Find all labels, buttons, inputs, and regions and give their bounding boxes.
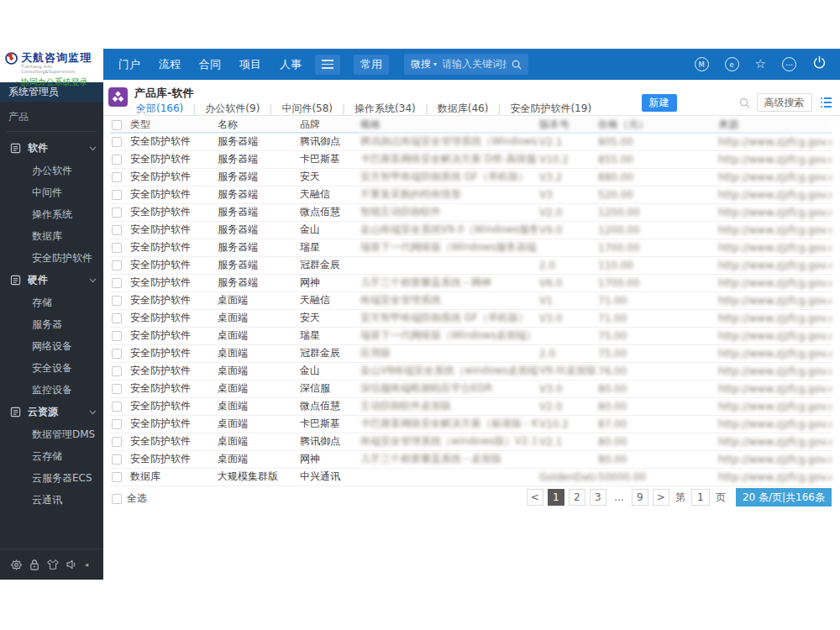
- row-checkbox[interactable]: [112, 207, 122, 218]
- view-options-icon[interactable]: [821, 97, 832, 108]
- table-row[interactable]: 安全防护软件桌面端天融信终端安全管理系统V171.00http://www.zj…: [110, 291, 832, 309]
- page-size-badge[interactable]: 20 条/页|共166条: [736, 488, 832, 507]
- page-button-1[interactable]: 1: [548, 489, 564, 506]
- settings-gear-icon[interactable]: [10, 559, 23, 571]
- table-row[interactable]: 安全防护软件服务器端腾讯御点腾讯御点终端安全管理系统（Windows版）V2.1…: [110, 133, 832, 150]
- sidebar-item-数据管理DMS[interactable]: 数据管理DMS: [0, 423, 103, 445]
- table-row[interactable]: 安全防护软件服务器端微点佰慧智能主动防御软件V2.01200.00http://…: [110, 203, 832, 221]
- sidebar-group-云资源[interactable]: 云资源: [0, 401, 103, 423]
- table-row[interactable]: 安全防护软件桌面端冠群金辰应用版2.075.00http://www.zjzfc…: [110, 344, 832, 362]
- global-search[interactable]: 微搜 ▾ 请输入关键词搜索: [404, 54, 528, 75]
- table-row[interactable]: 安全防护软件服务器端卡巴斯基卡巴斯基网络安全解决方案 D类-高级服...V10.…: [110, 150, 832, 168]
- sidebar-item-安全设备[interactable]: 安全设备: [0, 357, 103, 379]
- table-row[interactable]: 安全防护软件桌面端深信服深信服终端检测响应平台EDRV3.080.00http:…: [110, 380, 832, 397]
- row-checkbox[interactable]: [112, 225, 122, 235]
- row-checkbox[interactable]: [112, 454, 122, 465]
- row-checkbox[interactable]: [112, 384, 122, 394]
- sidebar-item-服务器[interactable]: 服务器: [0, 313, 103, 335]
- table-row[interactable]: 安全防护软件服务器端冠群金辰2.0110.00http://www.zjzfcg…: [110, 256, 832, 274]
- table-row[interactable]: 安全防护软件桌面端金山金山V8终端安全系统（windows桌面端）V9.0(桌面…: [110, 362, 832, 380]
- theme-shirt-icon[interactable]: [46, 559, 60, 570]
- apps-menu-button[interactable]: [315, 55, 340, 75]
- sidebar-item-云通讯[interactable]: 云通讯: [0, 489, 103, 511]
- row-checkbox[interactable]: [112, 437, 122, 447]
- sidebar-item-操作系统[interactable]: 操作系统: [0, 203, 103, 225]
- row-checkbox[interactable]: [112, 331, 122, 341]
- row-checkbox[interactable]: [112, 313, 122, 323]
- row-checkbox[interactable]: [112, 402, 122, 412]
- nav-item-门户[interactable]: 门户: [118, 57, 140, 72]
- row-checkbox[interactable]: [112, 260, 122, 270]
- select-all-control[interactable]: 全选: [112, 491, 147, 506]
- m-badge-icon[interactable]: M: [695, 57, 709, 71]
- sidebar-item-监控设备[interactable]: 监控设备: [0, 379, 103, 401]
- oa-login-link[interactable]: · 协同办公系统登录: [5, 76, 98, 88]
- more-ellipsis-icon[interactable]: •••: [782, 57, 796, 71]
- tab-中间件[interactable]: 中间件(58): [280, 102, 334, 116]
- table-row[interactable]: 安全防护软件服务器端金山金山终端安全系统V9.0（Windows服务器版）V9.…: [110, 221, 832, 239]
- row-checkbox[interactable]: [112, 349, 122, 359]
- table-row[interactable]: 安全防护软件服务器端瑞星瑞星下一代网络版（Windows服务器端）1700.00…: [110, 239, 832, 256]
- row-checkbox[interactable]: [112, 296, 122, 306]
- e-chat-icon[interactable]: e: [725, 57, 739, 71]
- table-row[interactable]: 安全防护软件桌面端瑞星瑞星下一代网络版（Windows桌面端）75.00http…: [110, 327, 832, 344]
- table-row[interactable]: 安全防护软件桌面端安天安天智甲终端防御系统 GF（单机版）V3.071.00ht…: [110, 309, 832, 327]
- jump-page-input[interactable]: [691, 489, 710, 506]
- power-icon[interactable]: [812, 55, 827, 73]
- nav-item-项目[interactable]: 项目: [239, 57, 261, 72]
- row-checkbox[interactable]: [112, 278, 122, 288]
- row-checkbox[interactable]: [112, 137, 122, 147]
- sidebar-item-数据库[interactable]: 数据库: [0, 225, 103, 247]
- table-row[interactable]: 安全防护软件服务器端网神几乎三个都要覆盖系统－网神V6.01700.00http…: [110, 274, 832, 291]
- advanced-search-button[interactable]: 高级搜索: [757, 93, 812, 112]
- row-checkbox[interactable]: [112, 155, 122, 165]
- sidebar-item-存储[interactable]: 存储: [0, 291, 103, 313]
- collapse-sidebar-icon[interactable]: ◂: [85, 560, 89, 569]
- sidebar-item-云服务器ECS[interactable]: 云服务器ECS: [0, 467, 103, 489]
- frequent-button[interactable]: 常用: [354, 55, 389, 75]
- nav-item-流程[interactable]: 流程: [159, 57, 181, 72]
- table-row[interactable]: 安全防护软件桌面端卡巴斯基卡巴斯基网络安全解决方案（标准版 - KD...V10…: [110, 415, 832, 433]
- sidebar-item-云存储[interactable]: 云存储: [0, 445, 103, 467]
- sidebar-item-中间件[interactable]: 中间件: [0, 181, 103, 203]
- table-row[interactable]: 安全防护软件桌面端微点佰慧主动防御软件桌面版V2.080.00http://ww…: [110, 397, 832, 415]
- select-all-checkbox[interactable]: [112, 494, 122, 504]
- search-scope-label[interactable]: 微搜: [411, 57, 431, 71]
- sidebar-item-网络设备[interactable]: 网络设备: [0, 335, 103, 357]
- page-button-<[interactable]: <: [527, 489, 543, 506]
- nav-item-合同[interactable]: 合同: [199, 57, 221, 72]
- row-checkbox[interactable]: [112, 190, 122, 200]
- table-row[interactable]: 安全防护软件桌面端网神几乎三个都要覆盖系统－桌面版80.00http://www…: [110, 450, 832, 468]
- nav-item-人事[interactable]: 人事: [280, 57, 302, 72]
- table-search-icon[interactable]: [739, 97, 750, 108]
- sidebar-group-硬件[interactable]: 硬件: [0, 269, 103, 291]
- sidebar-group-软件[interactable]: 软件: [0, 137, 103, 160]
- row-checkbox[interactable]: [112, 419, 122, 429]
- table-row[interactable]: 安全防护软件服务器端天融信不重复采购的特殊情形V3520.00http://ww…: [110, 186, 832, 203]
- favorite-star-icon[interactable]: ☆: [755, 58, 766, 71]
- tab-数据库[interactable]: 数据库(46): [436, 102, 491, 116]
- volume-icon[interactable]: [66, 559, 78, 570]
- table-search-input[interactable]: [684, 94, 732, 111]
- row-checkbox[interactable]: [112, 366, 122, 376]
- sidebar-item-办公软件[interactable]: 办公软件: [0, 160, 103, 181]
- sidebar-item-安全防护软件[interactable]: 安全防护软件: [0, 247, 103, 269]
- table-row[interactable]: 安全防护软件桌面端腾讯御点终端安全管理系统（windows版）V2.1V2.18…: [110, 433, 832, 450]
- page-button->[interactable]: >: [653, 489, 669, 506]
- page-button-2[interactable]: 2: [569, 489, 585, 506]
- table-row[interactable]: 安全防护软件服务器端安天安天智甲终端防御系统 GF（单机版）V3.2880.00…: [110, 168, 832, 186]
- search-input[interactable]: 请输入关键词搜索: [442, 57, 507, 71]
- page-button-9[interactable]: 9: [632, 489, 648, 506]
- row-checkbox[interactable]: [112, 472, 122, 482]
- search-icon[interactable]: [512, 60, 522, 70]
- header-checkbox[interactable]: [112, 120, 122, 130]
- table-row[interactable]: 数据库大规模集群版中兴通讯GoldenData s...50000.00http…: [110, 468, 832, 486]
- row-checkbox[interactable]: [112, 243, 122, 253]
- lock-icon[interactable]: [29, 559, 40, 571]
- page-button-3[interactable]: 3: [590, 489, 606, 506]
- tab-安全防护软件[interactable]: 安全防护软件(19): [508, 102, 593, 116]
- new-button[interactable]: 新建: [642, 94, 677, 112]
- row-checkbox[interactable]: [112, 172, 122, 182]
- tab-操作系统[interactable]: 操作系统(34): [353, 102, 417, 116]
- tab-办公软件[interactable]: 办公软件(9): [203, 102, 261, 116]
